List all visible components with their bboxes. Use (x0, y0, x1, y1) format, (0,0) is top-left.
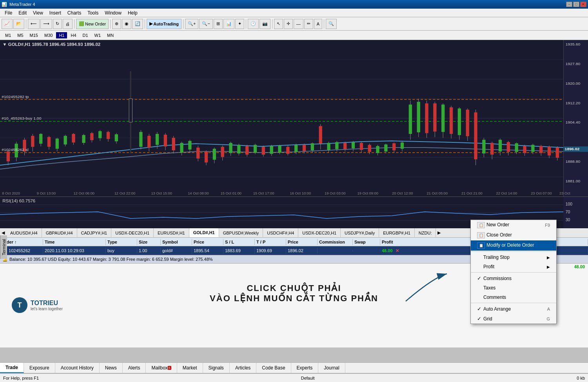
terminal-side-tab[interactable]: Terminal (0, 235, 7, 259)
sym-tab-audusd[interactable]: AUDUSD#,H4 (6, 228, 42, 237)
toolbar-search[interactable]: 🔍 (326, 19, 337, 29)
menu-help[interactable]: Help (125, 9, 141, 16)
toolbar-zoom-out[interactable]: 🔍− (199, 19, 212, 29)
ctx-comments[interactable]: Comments (471, 293, 556, 302)
sym-tab-cadjpy[interactable]: CADJPY#,H1 (77, 228, 112, 237)
toolbar-clock[interactable]: 🕐 (248, 19, 259, 29)
ctx-grid[interactable]: ✓Grid G (471, 314, 556, 324)
tab-mailbox[interactable]: Mailbox 6 (146, 363, 177, 373)
minimize-button[interactable]: − (566, 2, 572, 7)
toolbar-camera[interactable]: 📷 (260, 19, 270, 29)
tab-codebase[interactable]: Code Base (256, 363, 291, 373)
toolbar-pencil[interactable]: ✏ (304, 19, 313, 29)
close-button[interactable]: ✕ (580, 2, 586, 7)
svg-text:1904.40: 1904.40 (566, 120, 581, 125)
tf-mn[interactable]: MN (104, 32, 116, 38)
svg-text:#102455282 tp: #102455282 tp (2, 95, 29, 99)
toolbar-btn-3[interactable]: 🔄 (132, 19, 143, 29)
tf-h4[interactable]: H4 (68, 32, 79, 38)
titlebar-controls[interactable]: − □ ✕ (566, 2, 586, 7)
ctx-modify-order[interactable]: 📋Modify or Delete Order (471, 240, 556, 251)
toolbar-refresh[interactable]: ↻ (53, 19, 62, 29)
tab-market[interactable]: Market (177, 363, 203, 373)
ctx-commissions[interactable]: ✓Commissions (471, 273, 556, 283)
toolbar-text[interactable]: A (314, 19, 322, 29)
svg-rect-126 (482, 140, 485, 153)
svg-rect-44 (147, 136, 151, 147)
toolbar-open[interactable]: 📂 (13, 19, 24, 29)
tf-h1[interactable]: H1 (56, 32, 67, 38)
menu-charts[interactable]: Charts (64, 9, 84, 16)
toolbar-crosshair[interactable]: ✛ (284, 19, 293, 29)
toolbar-back[interactable]: ⟵ (28, 19, 40, 29)
col-header-commission: Commission (318, 239, 353, 245)
menu-view[interactable]: View (30, 9, 46, 16)
ctx-new-order[interactable]: 📋New Order F9 (471, 220, 556, 230)
sym-tab-eurusd[interactable]: EURUSD#,H1 (154, 228, 189, 237)
tab-articles[interactable]: Articles (230, 363, 256, 373)
tab-news[interactable]: News (100, 363, 123, 373)
svg-rect-52 (180, 143, 183, 153)
timeframe-bar: M1 M5 M15 M30 H1 H4 D1 W1 MN (0, 31, 588, 40)
maximize-button[interactable]: □ (573, 2, 579, 7)
close-order-icon: 📋 (477, 232, 485, 238)
tf-m15[interactable]: M15 (27, 32, 41, 38)
toolbar-zoom-in[interactable]: 🔍+ (185, 19, 198, 29)
tf-d1[interactable]: D1 (80, 32, 91, 38)
toolbar-btn-2[interactable]: ◉ (122, 19, 131, 29)
sym-tab-usdjpy[interactable]: USDJPY#,Daily (341, 228, 379, 237)
menu-insert[interactable]: Insert (46, 9, 64, 16)
toolbar-btn-1[interactable]: ⊕ (112, 19, 121, 29)
sym-tab-nzdu[interactable]: NZDU: (415, 228, 436, 237)
tab-experts[interactable]: Experts (291, 363, 319, 373)
toolbar-line[interactable]: — (294, 19, 303, 29)
toolbar-new-chart[interactable]: 📈 (2, 19, 13, 29)
toolbar-forward[interactable]: ⟶ (40, 19, 52, 29)
tab-signals[interactable]: Signals (203, 363, 230, 373)
svg-rect-92 (343, 143, 347, 149)
new-order-button[interactable]: 🟩 New Order (76, 19, 109, 29)
toolbar-print[interactable]: 🖨 (63, 19, 73, 29)
ctx-taxes[interactable]: Taxes (471, 283, 556, 293)
sym-tab-usdx1[interactable]: USDX-DEC20,H1 (111, 228, 154, 237)
menu-window[interactable]: Window (102, 9, 125, 16)
toolbar-indicators[interactable]: 📊 (223, 19, 234, 29)
tf-m5[interactable]: M5 (15, 32, 26, 38)
ctx-close-order[interactable]: 📋Close Order (471, 230, 556, 240)
ctx-new-order-shortcut: F9 (545, 223, 550, 227)
menu-tools[interactable]: Tools (84, 9, 102, 16)
toolbar-cursor[interactable]: ↖ (274, 19, 283, 29)
tab-account-history[interactable]: Account History (55, 363, 100, 373)
tf-m30[interactable]: M30 (42, 32, 55, 38)
close-trade-button[interactable]: ✕ (394, 248, 401, 253)
app-title: MetaTrader 4 (9, 2, 35, 7)
toolbar-objects[interactable]: ✦ (235, 19, 244, 29)
chart-area[interactable]: 1935.60 1927.80 1920.00 1912.20 1904.40 … (0, 40, 588, 197)
tab-exposure[interactable]: Exposure (24, 363, 55, 373)
ctx-auto-arrange[interactable]: ✓Auto Arrange A (471, 304, 556, 314)
menu-edit[interactable]: Edit (15, 9, 30, 16)
svg-text:9 Oct 13:00: 9 Oct 13:00 (37, 191, 56, 195)
tf-w1[interactable]: W1 (92, 32, 104, 38)
ctx-sep-3 (471, 303, 556, 303)
sym-tab-gold[interactable]: GOLD#,H1 (189, 228, 219, 237)
sym-tab-eurgbp[interactable]: EURGBP#,H1 (379, 228, 415, 237)
tab-trade[interactable]: Trade (0, 363, 24, 373)
sym-tab-usdchf[interactable]: USDCHF#,H4 (263, 228, 298, 237)
toolbar-fit[interactable]: ⊞ (214, 19, 223, 29)
autotrading-button[interactable]: ▶ AutoTrading (147, 19, 181, 29)
toolbar-sep-6 (246, 19, 246, 29)
tab-alerts[interactable]: Alerts (123, 363, 146, 373)
sym-tab-usdx2[interactable]: USDX-DEC20,H1 (298, 228, 341, 237)
col-header-tp: T / P (255, 239, 286, 245)
ctx-trailing-stop[interactable]: Trailing Stop ▶ (471, 253, 556, 262)
tf-m1[interactable]: M1 (2, 32, 14, 38)
sym-tab-gbpaud[interactable]: GBPAUD#,H4 (42, 228, 77, 237)
sym-nav-right[interactable]: ▶ (436, 229, 442, 236)
sym-tab-gbpusd[interactable]: GBPUSD#,Weekly (219, 228, 263, 237)
svg-rect-54 (188, 141, 191, 149)
menu-file[interactable]: File (2, 9, 15, 16)
svg-text:16 Oct 10:00: 16 Oct 10:00 (290, 191, 311, 195)
tab-journal[interactable]: Journal (318, 363, 345, 373)
ctx-profit[interactable]: Profit ▶ (471, 262, 556, 271)
